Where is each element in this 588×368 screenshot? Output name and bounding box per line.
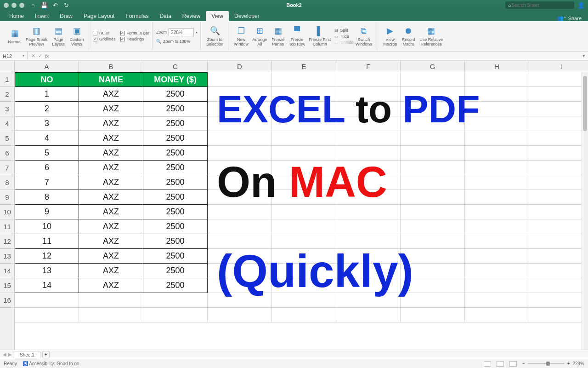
tab-review[interactable]: Review	[177, 11, 206, 21]
row-header-2[interactable]: 2	[0, 87, 14, 102]
cell[interactable]	[401, 190, 465, 205]
cell[interactable]	[465, 190, 529, 205]
cell[interactable]	[336, 219, 401, 234]
zoom-value-input[interactable]: 228%	[169, 28, 194, 36]
table-cell[interactable]: 7	[15, 175, 79, 190]
search-input[interactable]	[511, 3, 571, 8]
save-icon[interactable]: 💾	[41, 2, 47, 8]
accessibility-status[interactable]: ♿ Accessibility: Good to go	[23, 361, 79, 366]
table-header[interactable]: NO	[15, 72, 79, 87]
cell[interactable]	[529, 278, 588, 293]
share-button[interactable]: 👥⁺ Share	[554, 15, 584, 21]
row-header-10[interactable]: 10	[0, 205, 14, 219]
row-header-12[interactable]: 12	[0, 234, 14, 249]
row-header-15[interactable]: 15	[0, 278, 14, 293]
sheet-nav-prev-icon[interactable]: ◀	[3, 352, 6, 357]
undo-icon[interactable]: ↶	[52, 2, 58, 8]
table-cell[interactable]: AXZ	[79, 264, 143, 278]
col-header-D[interactable]: D	[208, 61, 272, 72]
page-layout-view-icon[interactable]	[497, 361, 504, 367]
row-header-3[interactable]: 3	[0, 102, 14, 116]
col-header-B[interactable]: B	[79, 61, 143, 72]
cell[interactable]	[465, 146, 529, 161]
expand-formula-icon[interactable]: ▾	[580, 53, 588, 59]
zoom-dropdown-icon[interactable]: ▾	[196, 30, 198, 34]
unhide-button[interactable]: ▭Unhide	[334, 40, 354, 45]
col-header-G[interactable]: G	[401, 61, 465, 72]
formula-input[interactable]	[55, 52, 580, 60]
table-cell[interactable]: 2500	[143, 87, 208, 102]
table-cell[interactable]: AXZ	[79, 131, 143, 146]
table-cell[interactable]: AXZ	[79, 219, 143, 234]
zoom-percent[interactable]: 228%	[572, 361, 584, 366]
cancel-icon[interactable]: ✕	[31, 53, 35, 59]
table-cell[interactable]: 8	[15, 190, 79, 205]
freeze-top-button[interactable]: ▀Freeze Top Row	[287, 25, 307, 48]
cell[interactable]	[208, 308, 272, 322]
cell[interactable]	[272, 308, 336, 322]
view-macros-button[interactable]: ▶View Macros	[381, 25, 399, 48]
cell[interactable]	[401, 131, 465, 146]
col-header-C[interactable]: C	[143, 61, 208, 72]
normal-view-icon[interactable]	[484, 361, 491, 367]
table-cell[interactable]: AXZ	[79, 175, 143, 190]
table-cell[interactable]: 4	[15, 131, 79, 146]
spreadsheet-grid[interactable]: ABCDEFGHI 12345678910111213141516 NONAME…	[0, 61, 588, 350]
redo-icon[interactable]: ↻	[63, 2, 69, 8]
formula-bar-checkbox[interactable]: ✓Formula Bar	[120, 30, 150, 36]
cell[interactable]	[15, 308, 79, 322]
relative-refs-button[interactable]: ▦Use Relative References	[418, 25, 445, 48]
tab-view[interactable]: View	[206, 11, 229, 21]
cell[interactable]	[401, 219, 465, 234]
row-header-13[interactable]: 13	[0, 249, 14, 264]
table-cell[interactable]: 2500	[143, 175, 208, 190]
cell[interactable]	[529, 175, 588, 190]
table-cell[interactable]: 9	[15, 205, 79, 219]
table-cell[interactable]: 2500	[143, 264, 208, 278]
table-cell[interactable]: 2500	[143, 278, 208, 293]
cell[interactable]	[529, 219, 588, 234]
table-cell[interactable]: AXZ	[79, 278, 143, 293]
cell[interactable]	[79, 293, 143, 308]
table-cell[interactable]: 2500	[143, 234, 208, 249]
cell[interactable]	[465, 264, 529, 278]
cell[interactable]	[529, 87, 588, 102]
ruler-checkbox[interactable]: Ruler	[93, 30, 116, 36]
select-all-corner[interactable]	[0, 61, 15, 72]
cell[interactable]	[529, 308, 588, 322]
switch-windows-button[interactable]: ⧉Switch Windows	[354, 25, 374, 48]
cell[interactable]	[272, 72, 336, 87]
new-window-button[interactable]: ❐New Window	[232, 25, 250, 48]
table-cell[interactable]: 2500	[143, 146, 208, 161]
col-header-F[interactable]: F	[336, 61, 401, 72]
tab-page-layout[interactable]: Page Layout	[78, 11, 120, 21]
cell[interactable]	[336, 308, 401, 322]
cell[interactable]	[529, 116, 588, 131]
sheet-nav-next-icon[interactable]: ▶	[8, 352, 12, 357]
home-icon[interactable]: ⌂	[30, 2, 36, 8]
zoom-to-selection-button[interactable]: 🔍Zoom to Selection	[204, 25, 225, 48]
cell[interactable]	[272, 131, 336, 146]
table-cell[interactable]: 2500	[143, 116, 208, 131]
table-cell[interactable]: 12	[15, 249, 79, 264]
enter-icon[interactable]: ✓	[38, 53, 42, 59]
cell[interactable]	[465, 131, 529, 146]
table-header[interactable]: NAME	[79, 72, 143, 87]
cell[interactable]	[529, 234, 588, 249]
table-cell[interactable]: 5	[15, 146, 79, 161]
tab-home[interactable]: Home	[4, 11, 29, 21]
row-header-11[interactable]: 11	[0, 219, 14, 234]
sheet-tab[interactable]: Sheet1	[14, 351, 40, 358]
search-sheet[interactable]: ⌕	[505, 1, 574, 9]
table-cell[interactable]: AXZ	[79, 190, 143, 205]
cell[interactable]	[336, 72, 401, 87]
tab-developer[interactable]: Developer	[229, 11, 265, 21]
table-cell[interactable]: 2500	[143, 205, 208, 219]
cell[interactable]	[208, 72, 272, 87]
col-header-H[interactable]: H	[465, 61, 529, 72]
table-cell[interactable]: 2500	[143, 131, 208, 146]
table-cell[interactable]: 2500	[143, 249, 208, 264]
cell[interactable]	[272, 219, 336, 234]
tab-insert[interactable]: Insert	[29, 11, 54, 21]
namebox-dropdown-icon[interactable]: ▾	[23, 54, 24, 58]
